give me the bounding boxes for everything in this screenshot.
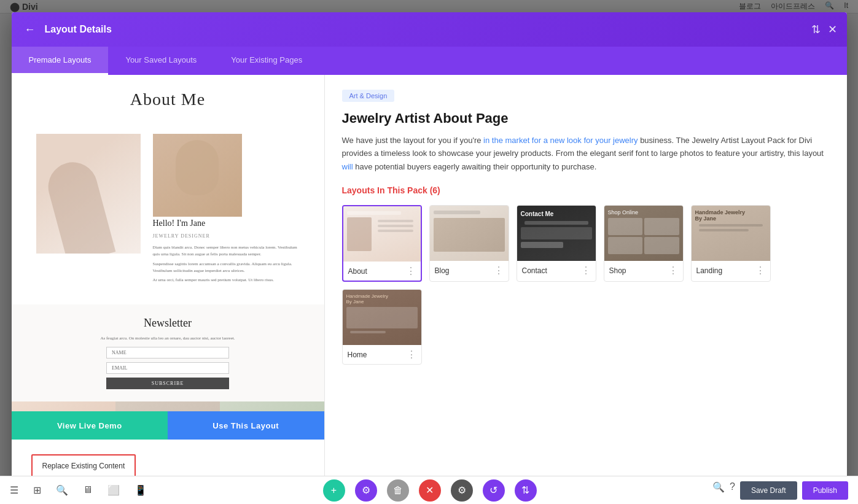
layout-details-modal: ← Layout Details ⇅ ✕ Premade Layouts You… xyxy=(12,12,847,14)
modal-overlay: ← Layout Details ⇅ ✕ Premade Layouts You… xyxy=(0,0,858,14)
modal-header: ← Layout Details ⇅ ✕ xyxy=(12,12,847,14)
